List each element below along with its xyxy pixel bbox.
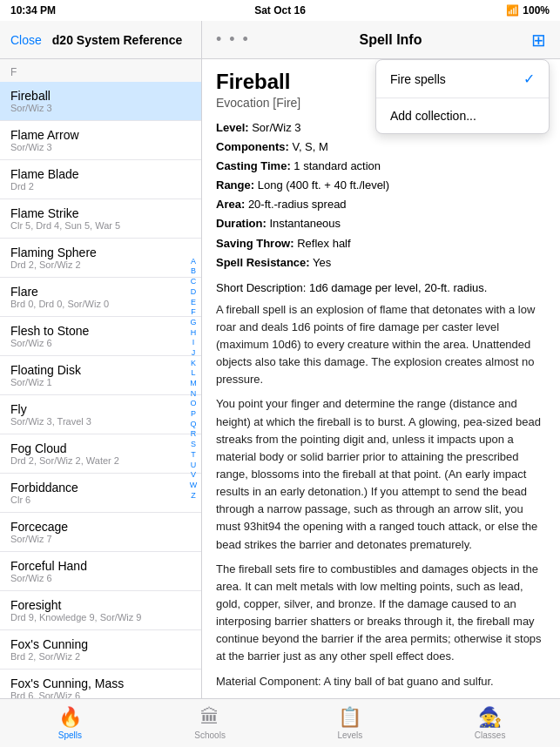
list-item[interactable]: Floating Disk Sor/Wiz 1 <box>0 356 201 395</box>
tab-schools-label: Schools <box>194 730 226 740</box>
list-item[interactable]: Flare Brd 0, Drd 0, Sor/Wiz 0 <box>0 278 201 317</box>
main-header: • • • Spell Info ⊞ <box>202 21 560 59</box>
list-item[interactable]: Fly Sor/Wiz 3, Travel 3 <box>0 395 201 434</box>
tab-spells[interactable]: 🔥 Spells <box>0 706 140 740</box>
tab-schools[interactable]: 🏛 Schools <box>140 706 280 740</box>
tab-classes-label: Classes <box>475 730 506 740</box>
alpha-index[interactable]: A B C D E F G H I J K L M N O P Q R S T <box>187 59 199 698</box>
tab-spells-label: Spells <box>58 730 82 740</box>
list-item[interactable]: Flesh to Stone Sor/Wiz 6 <box>0 317 201 356</box>
wifi-icon: 📶 <box>506 4 519 17</box>
status-right: 📶 100% <box>506 4 550 17</box>
list-item[interactable]: Forbiddance Clr 6 <box>0 474 201 513</box>
list-item[interactable]: Forcecage Sor/Wiz 7 <box>0 513 201 552</box>
list-item[interactable]: Flame Arrow Sor/Wiz 3 <box>0 121 201 160</box>
classes-icon: 🧙 <box>478 706 502 729</box>
spell-description: A fireball spell is an explosion of flam… <box>216 301 546 690</box>
tab-levels[interactable]: 📋 Levels <box>280 706 421 740</box>
list-item[interactable]: Forceful Hand Sor/Wiz 6 <box>0 552 201 591</box>
section-f-label: F <box>0 59 201 82</box>
list-item[interactable]: Fog Cloud Drd 2, Sor/Wiz 2, Water 2 <box>0 434 201 474</box>
status-time: 10:34 PM <box>10 4 56 17</box>
tab-levels-label: Levels <box>337 730 362 740</box>
schools-icon: 🏛 <box>200 706 219 729</box>
list-item[interactable]: Fox's Cunning, Mass Brd 6, Sor/Wiz 6 <box>0 670 201 698</box>
spell-short-desc: Short Description: 1d6 damage per level,… <box>216 281 546 294</box>
spell-stats: Level: Sor/Wiz 3 Components: V, S, M Cas… <box>216 118 546 273</box>
spells-icon: 🔥 <box>58 706 82 729</box>
dropdown-item-label: Add collection... <box>390 109 476 123</box>
tab-bar: 🔥 Spells 🏛 Schools 📋 Levels 🧙 Classes <box>0 698 560 747</box>
status-bar: 10:34 PM Sat Oct 16 📶 100% <box>0 0 560 21</box>
battery-label: 100% <box>523 4 550 17</box>
list-item[interactable]: Flame Strike Clr 5, Drd 4, Sun 5, War 5 <box>0 199 201 239</box>
panel-title: Spell Info <box>359 32 422 48</box>
sidebar-scroll[interactable]: F Fireball Sor/Wiz 3 Flame Arrow Sor/Wiz… <box>0 59 201 698</box>
dropdown-item-fire-spells[interactable]: Fire spells ✓ <box>376 60 549 98</box>
tab-classes[interactable]: 🧙 Classes <box>420 706 560 740</box>
main-panel: • • • Spell Info ⊞ Fire spells ✓ Add col… <box>202 21 560 698</box>
app-container: Close d20 System Reference F Fireball So… <box>0 21 560 698</box>
list-item[interactable]: Fireball Sor/Wiz 3 <box>0 82 201 121</box>
panel-action-icon[interactable]: ⊞ <box>531 30 546 50</box>
dropdown-item-add-collection[interactable]: Add collection... <box>376 98 549 133</box>
sidebar: Close d20 System Reference F Fireball So… <box>0 21 202 698</box>
spell-content: Fire spells ✓ Add collection... Fireball… <box>202 59 560 698</box>
more-dots[interactable]: • • • <box>216 30 250 49</box>
close-button[interactable]: Close <box>10 33 42 47</box>
list-item[interactable]: Flaming Sphere Drd 2, Sor/Wiz 2 <box>0 239 201 278</box>
list-item[interactable]: Fox's Cunning Brd 2, Sor/Wiz 2 <box>0 630 201 670</box>
sidebar-header: Close d20 System Reference <box>0 21 201 59</box>
status-date: Sat Oct 16 <box>254 4 306 17</box>
sidebar-title: d20 System Reference <box>52 33 182 47</box>
list-item[interactable]: Flame Blade Drd 2 <box>0 160 201 199</box>
check-icon: ✓ <box>523 71 535 87</box>
dropdown-overlay: Fire spells ✓ Add collection... <box>375 59 550 134</box>
list-item[interactable]: Foresight Drd 9, Knowledge 9, Sor/Wiz 9 <box>0 591 201 630</box>
dropdown-item-label: Fire spells <box>390 72 446 86</box>
levels-icon: 📋 <box>338 706 361 729</box>
